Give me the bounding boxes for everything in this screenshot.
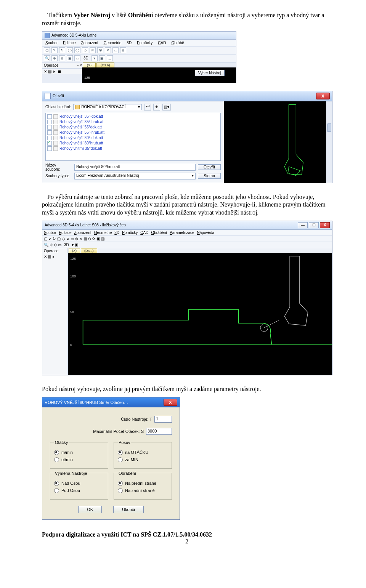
filename-input[interactable]: Rohový vnější 80°hrub.att xyxy=(74,164,196,171)
tool-icon[interactable]: ▥ xyxy=(101,237,104,241)
preview-scrollbar[interactable] xyxy=(326,101,332,183)
menu-item[interactable]: Obrábění xyxy=(151,231,167,235)
tab-dsa[interactable]: (Ds.a) xyxy=(96,62,114,67)
op-icon[interactable]: ⏵ xyxy=(53,69,56,74)
checkbox[interactable] xyxy=(47,130,52,135)
checkbox[interactable] xyxy=(47,114,52,119)
tool-icon[interactable]: ↻ xyxy=(59,47,65,53)
menu-item[interactable]: Editace xyxy=(59,231,71,235)
radio-pod-osou[interactable]: Pod Osou xyxy=(54,488,104,493)
op-icon[interactable]: ▤ xyxy=(48,69,51,74)
radio-zadni[interactable]: Na zadní straně xyxy=(118,488,168,493)
folder-combo[interactable]: ROHOVÉ A KOPÍROVACÍ ▾ xyxy=(73,104,142,110)
op-icon[interactable]: ✕ xyxy=(44,255,47,259)
menu-bar[interactable]: Soubor Editace Zobrazení Geometrie 3D Po… xyxy=(42,40,236,46)
close-button[interactable]: X xyxy=(320,222,330,228)
tool-icon[interactable]: ⊖ xyxy=(59,55,65,61)
menu-item[interactable]: Nápověda xyxy=(197,231,215,235)
up-folder-icon[interactable]: ⮠ xyxy=(144,104,151,111)
cancel-button[interactable]: Storno xyxy=(198,173,221,179)
menu-item[interactable]: 3D xyxy=(114,231,119,235)
checkbox[interactable] xyxy=(47,146,52,151)
maximize-button[interactable]: ☐ xyxy=(309,222,319,228)
menu-soubor[interactable]: Soubor xyxy=(44,40,59,45)
menu-obrabeni[interactable]: Obrábě xyxy=(170,40,185,45)
tool-icon[interactable]: ⊕ xyxy=(50,243,53,247)
tool-icon[interactable]: ◯ xyxy=(74,47,80,53)
tool-number-input[interactable]: 1 xyxy=(154,416,172,423)
op-icon[interactable]: ✕ xyxy=(44,69,47,74)
op-icon[interactable]: ▤ xyxy=(48,255,51,259)
radio-na-otacku[interactable]: na OTÁČKU xyxy=(118,450,168,455)
tool-icon[interactable]: ◇ xyxy=(82,47,88,53)
tab-x[interactable]: (X) xyxy=(83,62,96,67)
menu-zobrazeni[interactable]: Zobrazení xyxy=(80,40,100,45)
zoom-icon[interactable]: 🔍 xyxy=(44,243,48,247)
op-icon[interactable]: ⏵ xyxy=(52,255,56,259)
tool-icon[interactable]: ▾ xyxy=(72,243,74,247)
tool-icon[interactable]: ⊕ xyxy=(75,237,78,241)
tool-icon[interactable]: ⊕ xyxy=(120,47,126,53)
tool-icon[interactable]: ⊖ xyxy=(54,243,57,247)
tool-icon[interactable]: ▢ xyxy=(44,237,47,241)
tool-icon[interactable]: ⊙ xyxy=(88,237,91,241)
op-icon[interactable]: ⏹ xyxy=(58,69,61,74)
tool-icon[interactable]: ◯ xyxy=(57,237,61,241)
tool-icon[interactable]: ▤ xyxy=(83,237,87,241)
checkbox[interactable] xyxy=(47,125,52,130)
menu-pomucky[interactable]: Pomůcky xyxy=(135,40,154,45)
radio-nad-osou[interactable]: Nad Osou xyxy=(54,481,104,486)
menu-3d[interactable]: 3D xyxy=(125,40,133,45)
menu-cad[interactable]: CAD xyxy=(156,40,167,45)
menu-item[interactable]: Geometrie xyxy=(94,231,112,235)
checkbox[interactable] xyxy=(47,120,52,124)
tool-icon[interactable]: ▾ xyxy=(92,55,98,61)
radio-ot-min[interactable]: ot/min xyxy=(54,457,104,462)
tool-icon[interactable]: ◇ xyxy=(62,237,65,241)
new-folder-icon[interactable]: ✚ xyxy=(153,104,160,111)
tool-icon[interactable]: ≋ xyxy=(90,47,96,53)
radio-m-min[interactable]: m/min xyxy=(54,450,104,455)
tool-icon[interactable]: ▣ xyxy=(67,55,73,61)
tab-x[interactable]: (X) xyxy=(69,248,80,253)
file-list[interactable]: Rohový vnější 35°-dok.att Rohový vnější … xyxy=(45,113,221,161)
radio-predni[interactable]: Na přední straně xyxy=(118,481,168,486)
filetype-combo[interactable]: Licom Frézování/Soustružení Nástroj▾ xyxy=(74,173,196,179)
tool-icon[interactable]: ▣ xyxy=(99,55,105,61)
menu-item[interactable]: Pomůcky xyxy=(122,231,138,235)
tool-icon[interactable]: ☰ xyxy=(107,55,113,61)
tool-icon[interactable]: ▭ xyxy=(74,55,80,61)
checkbox[interactable] xyxy=(47,136,52,140)
tool-icon[interactable]: ▭ xyxy=(112,47,119,53)
tool-icon[interactable]: ⦿ xyxy=(97,47,103,53)
ok-button[interactable]: OK xyxy=(78,506,102,513)
tool-icon[interactable]: ▭ xyxy=(58,243,61,247)
tool-icon[interactable]: ◯ xyxy=(67,47,73,53)
pick-tool-button[interactable]: Vyber Nástroj xyxy=(195,70,225,76)
tool-icon[interactable]: ✕ xyxy=(105,47,111,53)
tool-icon[interactable]: ▢ xyxy=(44,47,50,53)
view-icon[interactable]: ▥▾ xyxy=(162,104,171,111)
radio-za-min[interactable]: za MIN xyxy=(118,457,168,462)
tool-icon[interactable]: ✎ xyxy=(51,47,58,53)
viewport[interactable]: 125 Vyber Nástroj xyxy=(82,67,236,83)
open-button[interactable]: Otevřít xyxy=(198,164,221,170)
menu-item[interactable]: Parametrizace xyxy=(170,231,194,235)
tool-icon[interactable]: ⟳ xyxy=(92,237,95,241)
tool-icon[interactable]: ✔ xyxy=(48,237,51,241)
menu-bar[interactable]: Soubor Editace Zobrazení Geometrie 3D Po… xyxy=(42,230,332,236)
tool-icon[interactable]: ▭ xyxy=(71,237,74,241)
close-button[interactable]: X xyxy=(316,93,330,99)
menu-editace[interactable]: Editace xyxy=(61,40,77,45)
tool-icon[interactable]: ✕ xyxy=(79,237,82,241)
menu-item[interactable]: CAD xyxy=(140,231,148,235)
tool-icon[interactable]: ▣ xyxy=(96,237,100,241)
cancel-button[interactable]: Ukonči xyxy=(113,506,144,513)
zoom-icon[interactable]: 🔍 xyxy=(44,55,50,61)
max-rpm-input[interactable]: 3000 xyxy=(146,428,172,435)
menu-item[interactable]: Soubor xyxy=(44,231,56,235)
tool-icon[interactable]: ↻ xyxy=(53,237,56,241)
tool-icon[interactable]: ▣ xyxy=(75,243,78,247)
tool-icon[interactable]: ⊕ xyxy=(51,55,58,61)
checkbox[interactable] xyxy=(47,141,52,146)
